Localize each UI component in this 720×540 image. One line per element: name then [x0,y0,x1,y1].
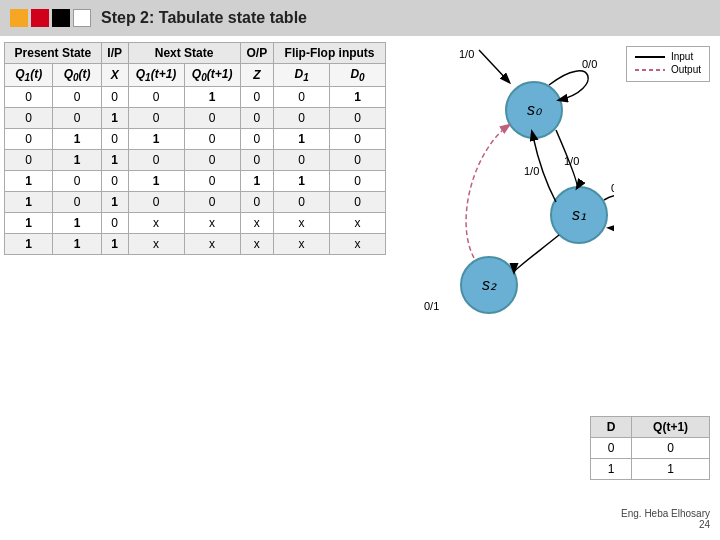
table-cell: 1 [5,171,53,192]
dq-cell: 0 [632,438,710,459]
table-cell: x [184,234,240,255]
table-area: Present State I/P Next State O/P Flip-Fl… [0,36,390,540]
table-cell: x [330,213,386,234]
dq-cell: 1 [632,459,710,480]
table-cell: x [128,234,184,255]
table-row: 01010010 [5,129,386,150]
table-cell: 0 [240,129,274,150]
state-diagram-svg: s₀ s₁ s₂ 1/0 0/0 1/0 1/0 0/0 [394,40,614,340]
table-cell: 1 [101,108,128,129]
label-s1-self: 0/0 [611,182,614,194]
table-cell: x [274,213,330,234]
col-ip: I/P [101,43,128,64]
page-header: Step 2: Tabulate state table [0,0,720,36]
table-row: 111xxxxx [5,234,386,255]
table-cell: 0 [101,129,128,150]
dq-header-d: D [591,417,632,438]
label-s2-s0: 0/1 [424,300,439,312]
table-cell: 1 [240,171,274,192]
square-black [52,9,70,27]
table-cell: 0 [101,87,128,108]
table-cell: 1 [184,87,240,108]
label-s0-s1: 1/0 [564,155,579,167]
table-cell: 1 [330,87,386,108]
table-cell: 0 [240,87,274,108]
table-cell: 1 [53,213,101,234]
dq-row: 00 [591,438,710,459]
table-row: 10010110 [5,171,386,192]
table-cell: 0 [184,171,240,192]
table-cell: 0 [53,87,101,108]
table-cell: 0 [330,129,386,150]
col-flipflop: Flip-Flop inputs [274,43,386,64]
table-cell: x [128,213,184,234]
table-row: 110xxxxx [5,213,386,234]
table-row: 10100000 [5,192,386,213]
table-cell: 1 [128,129,184,150]
table-cell: 0 [53,108,101,129]
table-cell: x [184,213,240,234]
author-name: Eng. Heba Elhosary [621,508,710,519]
col-present-state: Present State [5,43,102,64]
sub-d1: D1 [274,64,330,87]
legend: Input Output [626,46,710,82]
table-cell: 0 [330,192,386,213]
state-s0-label: s₀ [527,101,543,118]
dq-header-qt1: Q(t+1) [632,417,710,438]
table-cell: 0 [53,192,101,213]
state-table: Present State I/P Next State O/P Flip-Fl… [4,42,386,255]
table-cell: 0 [274,150,330,171]
table-cell: 0 [5,129,53,150]
table-cell: 0 [274,192,330,213]
table-cell: x [240,213,274,234]
input-line [635,56,665,58]
table-cell: 1 [274,171,330,192]
table-cell: 1 [53,129,101,150]
dq-cell: 1 [591,459,632,480]
sub-q0t1: Q0(t+1) [184,64,240,87]
state-s2-label: s₂ [482,276,497,293]
table-cell: 0 [128,87,184,108]
color-squares [10,9,91,27]
table-cell: 0 [184,150,240,171]
table-cell: x [274,234,330,255]
table-cell: 0 [240,192,274,213]
legend-input: Input [635,51,701,62]
table-cell: 0 [184,192,240,213]
page-title: Step 2: Tabulate state table [101,9,307,27]
diagram-area: Input Output s₀ s₁ [390,36,720,540]
sub-q1t1: Q1(t+1) [128,64,184,87]
table-cell: x [240,234,274,255]
footer: Eng. Heba Elhosary 24 [621,508,710,530]
table-cell: 0 [5,108,53,129]
label-s0-self: 0/0 [582,58,597,70]
state-s1-label: s₁ [572,206,586,223]
table-cell: 0 [128,108,184,129]
table-cell: 0 [274,87,330,108]
table-cell: 1 [101,192,128,213]
col-next-state: Next State [128,43,240,64]
sub-d0: D0 [330,64,386,87]
table-cell: 0 [240,150,274,171]
table-cell: 0 [101,171,128,192]
table-cell: 0 [330,171,386,192]
page-number: 24 [621,519,710,530]
table-row: 01100000 [5,150,386,171]
table-cell: 0 [330,150,386,171]
sub-q1t: Q1(t) [5,64,53,87]
dq-cell: 0 [591,438,632,459]
table-cell: 0 [330,108,386,129]
table-cell: 0 [5,87,53,108]
legend-output-label: Output [671,64,701,75]
output-line [635,69,665,71]
sub-x: X [101,64,128,87]
table-cell: x [330,234,386,255]
sub-q0t: Q0(t) [53,64,101,87]
table-cell: 0 [53,171,101,192]
table-cell: 1 [53,234,101,255]
label-10-top: 1/0 [459,48,474,60]
table-cell: 0 [274,108,330,129]
table-cell: 0 [184,108,240,129]
sub-z: Z [240,64,274,87]
table-cell: 0 [5,150,53,171]
